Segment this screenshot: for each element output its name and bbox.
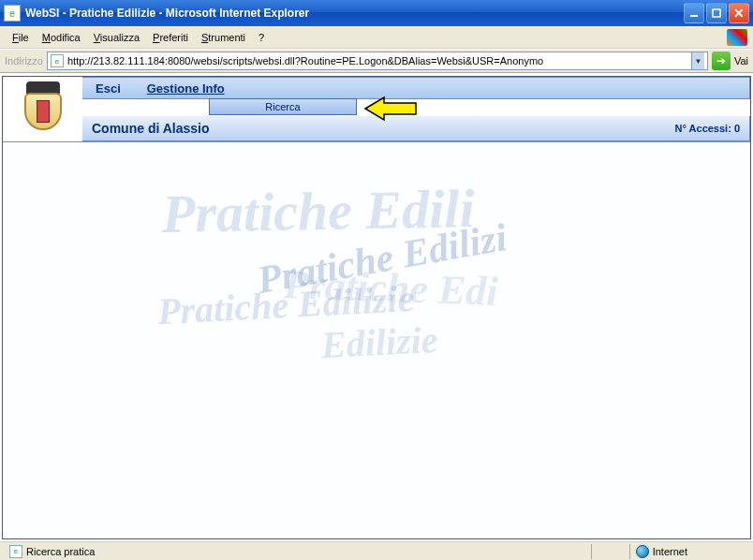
window-title: WebSI - Pratiche Edilizie - Microsoft In… bbox=[25, 7, 684, 20]
go-label: Vai bbox=[734, 55, 748, 66]
access-counter: N° Accessi: 0 bbox=[675, 123, 740, 134]
watermark-text: Pratiche Edi bbox=[283, 260, 498, 316]
submenu-ricerca[interactable]: Ricerca bbox=[209, 98, 357, 115]
app-header: Esci Gestione Info Ricerca Comune di Ala… bbox=[3, 77, 750, 142]
close-button[interactable]: ✕ bbox=[729, 3, 749, 23]
security-zone-panel: Internet bbox=[630, 545, 693, 558]
watermark-text: Pratiche Edilizi bbox=[254, 214, 510, 302]
ie-logo-icon bbox=[727, 29, 747, 46]
status-text: Ricerca pratica bbox=[26, 546, 95, 557]
url-field[interactable]: e http://213.82.111.184:8080/websi/scrip… bbox=[47, 52, 708, 70]
window-buttons: ✕ bbox=[684, 3, 749, 23]
browser-viewport: Esci Gestione Info Ricerca Comune di Ala… bbox=[0, 73, 753, 541]
go-button[interactable]: ➔ bbox=[712, 52, 731, 70]
page-icon: e bbox=[51, 54, 64, 67]
menu-gestione-info[interactable]: Gestione Info bbox=[134, 81, 238, 96]
annotation-arrow-icon bbox=[363, 96, 420, 122]
menu-modifica[interactable]: Modifica bbox=[36, 30, 87, 45]
watermark-text: Pratiche Edilizie bbox=[156, 276, 416, 333]
menu-file[interactable]: File bbox=[6, 30, 36, 45]
page-content: Esci Gestione Info Ricerca Comune di Ala… bbox=[2, 76, 751, 539]
url-text: http://213.82.111.184:8080/websi/scripts… bbox=[67, 55, 691, 66]
menu-help[interactable]: ? bbox=[252, 30, 271, 45]
address-bar: Indirizzo e http://213.82.111.184:8080/w… bbox=[0, 49, 753, 73]
municipality-logo bbox=[3, 77, 82, 141]
maximize-button[interactable] bbox=[706, 3, 727, 23]
internet-zone-icon bbox=[636, 545, 649, 558]
watermark-text: Edilizie bbox=[320, 317, 439, 367]
app-submenu-row: Ricerca bbox=[82, 99, 750, 116]
menu-visualizza[interactable]: Visualizza bbox=[87, 30, 146, 45]
svg-marker-2 bbox=[365, 97, 416, 120]
page-icon: e bbox=[9, 545, 22, 558]
window-titlebar: e WebSI - Pratiche Edilizie - Microsoft … bbox=[0, 0, 753, 26]
site-title: Comune di Alassio bbox=[92, 121, 210, 136]
menu-strumenti[interactable]: Strumenti bbox=[195, 30, 252, 45]
app-icon: e bbox=[4, 5, 21, 22]
svg-rect-1 bbox=[713, 9, 720, 17]
zone-label: Internet bbox=[653, 546, 687, 557]
svg-rect-0 bbox=[690, 15, 698, 17]
url-dropdown-icon[interactable]: ▼ bbox=[691, 52, 704, 69]
address-label: Indirizzo bbox=[5, 55, 43, 66]
menu-preferiti[interactable]: Preferiti bbox=[146, 30, 195, 45]
menu-esci[interactable]: Esci bbox=[82, 81, 134, 96]
browser-menubar: File Modifica Visualizza Preferiti Strum… bbox=[0, 26, 753, 49]
watermark-text: Pratiche Edili bbox=[161, 177, 475, 245]
status-bar: e Ricerca pratica Internet bbox=[0, 541, 753, 560]
status-left-panel: e Ricerca pratica bbox=[4, 545, 100, 558]
content-body: Pratiche Edili Pratiche Edilizi Pratiche… bbox=[3, 142, 750, 538]
minimize-button[interactable] bbox=[684, 3, 704, 23]
